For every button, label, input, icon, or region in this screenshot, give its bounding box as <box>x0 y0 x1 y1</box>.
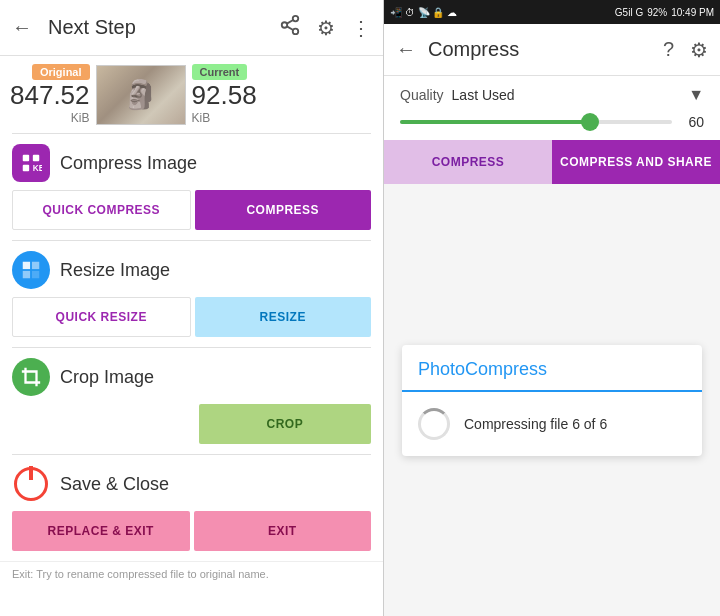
tab-row: COMPRESS COMPRESS AND SHARE <box>384 140 720 184</box>
quick-compress-button[interactable]: QUICK COMPRESS <box>12 190 191 230</box>
compress-icon: KB <box>12 144 50 182</box>
dialog-title: PhotoCompress <box>402 345 702 392</box>
right-panel: 📲 ⏱ 📡 🔒 ☁ G5il G 92% 10:49 PM ← Compress… <box>383 0 720 616</box>
tab-compress[interactable]: COMPRESS <box>384 140 552 184</box>
network-indicator: G5il G <box>615 7 643 18</box>
left-header: ← Next Step ⚙ ⋮ <box>0 0 383 56</box>
replace-exit-button[interactable]: REPLACE & EXIT <box>12 511 190 551</box>
resize-button[interactable]: RESIZE <box>195 297 372 337</box>
thumbnail: 🗿 <box>96 65 186 125</box>
right-settings-icon[interactable]: ⚙ <box>690 38 708 62</box>
save-btn-row: REPLACE & EXIT EXIT <box>12 511 371 555</box>
status-right: G5il G 92% 10:49 PM <box>615 7 714 18</box>
current-size: 92.58 <box>192 80 257 111</box>
right-back-button[interactable]: ← <box>396 38 416 61</box>
exit-button[interactable]: EXIT <box>194 511 372 551</box>
quality-dropdown[interactable]: Last Used <box>452 87 681 103</box>
resize-btn-row: QUICK RESIZE RESIZE <box>12 297 371 341</box>
right-header-icons: ? ⚙ <box>663 38 708 62</box>
svg-rect-6 <box>33 155 39 161</box>
crop-section: Crop Image CROP <box>0 348 383 454</box>
loading-spinner <box>418 408 450 440</box>
quality-row: Quality Last Used ▼ <box>384 76 720 108</box>
compress-section: KB Compress Image QUICK COMPRESS COMPRES… <box>0 134 383 240</box>
crop-btn-row: CROP <box>12 404 371 448</box>
resize-section: Resize Image QUICK RESIZE RESIZE <box>0 241 383 347</box>
back-button[interactable]: ← <box>12 16 32 39</box>
compress-btn-row: QUICK COMPRESS COMPRESS <box>12 190 371 234</box>
save-title: Save & Close <box>60 474 169 495</box>
quality-label: Quality <box>400 87 444 103</box>
resize-title: Resize Image <box>60 260 170 281</box>
svg-rect-10 <box>32 262 39 269</box>
share-button[interactable] <box>279 14 301 41</box>
original-badge: Original <box>32 64 90 80</box>
svg-point-1 <box>282 22 288 28</box>
svg-rect-12 <box>32 271 39 278</box>
svg-rect-11 <box>23 271 30 278</box>
compress-button[interactable]: COMPRESS <box>195 190 372 230</box>
svg-line-4 <box>287 20 293 24</box>
svg-rect-7 <box>23 165 29 171</box>
current-unit: KiB <box>192 111 211 125</box>
image-info-row: Original 847.52 KiB 🗿 Current 92.58 KiB <box>0 56 383 133</box>
settings-icon[interactable]: ⚙ <box>317 16 335 40</box>
page-title: Next Step <box>48 16 263 39</box>
save-section: Save & Close REPLACE & EXIT EXIT <box>0 455 383 561</box>
status-bar: 📲 ⏱ 📡 🔒 ☁ G5il G 92% 10:49 PM <box>384 0 720 24</box>
svg-text:KB: KB <box>33 164 42 173</box>
status-left-icons: 📲 ⏱ 📡 🔒 ☁ <box>390 7 457 18</box>
more-icon[interactable]: ⋮ <box>351 16 371 40</box>
svg-rect-9 <box>23 262 30 269</box>
crop-title: Crop Image <box>60 367 154 388</box>
power-icon <box>12 465 50 503</box>
svg-point-0 <box>293 16 299 22</box>
slider-value: 60 <box>680 114 704 130</box>
help-icon[interactable]: ? <box>663 38 674 61</box>
tab-compress-and-share[interactable]: COMPRESS AND SHARE <box>552 140 720 184</box>
thumb-art: 🗿 <box>123 78 158 111</box>
dropdown-arrow-icon: ▼ <box>688 86 704 104</box>
dialog-area: PhotoCompress Compressing file 6 of 6 <box>384 184 720 616</box>
original-unit: KiB <box>71 111 90 125</box>
svg-point-2 <box>293 29 299 34</box>
svg-line-3 <box>287 26 293 30</box>
crop-button[interactable]: CROP <box>199 404 371 444</box>
current-badge: Current <box>192 64 248 80</box>
slider-fill <box>400 120 590 124</box>
battery-indicator: 92% <box>647 7 667 18</box>
compress-title: Compress Image <box>60 153 197 174</box>
left-panel: ← Next Step ⚙ ⋮ Original 847.52 KiB 🗿 Cu… <box>0 0 383 616</box>
dialog-body: Compressing file 6 of 6 <box>402 392 702 456</box>
quality-slider[interactable] <box>400 120 672 124</box>
original-size: 847.52 <box>10 80 90 111</box>
resize-icon <box>12 251 50 289</box>
right-header: ← Compress ? ⚙ <box>384 24 720 76</box>
right-page-title: Compress <box>428 38 651 61</box>
footer-note: Exit: Try to rename compressed file to o… <box>0 561 383 586</box>
dialog-message: Compressing file 6 of 6 <box>464 416 607 432</box>
status-icons: 📲 ⏱ 📡 🔒 ☁ <box>390 7 457 18</box>
slider-row: 60 <box>384 108 720 140</box>
crop-icon <box>12 358 50 396</box>
slider-thumb[interactable] <box>581 113 599 131</box>
svg-rect-5 <box>23 155 29 161</box>
progress-dialog: PhotoCompress Compressing file 6 of 6 <box>402 345 702 456</box>
quick-resize-button[interactable]: QUICK RESIZE <box>12 297 191 337</box>
time-display: 10:49 PM <box>671 7 714 18</box>
